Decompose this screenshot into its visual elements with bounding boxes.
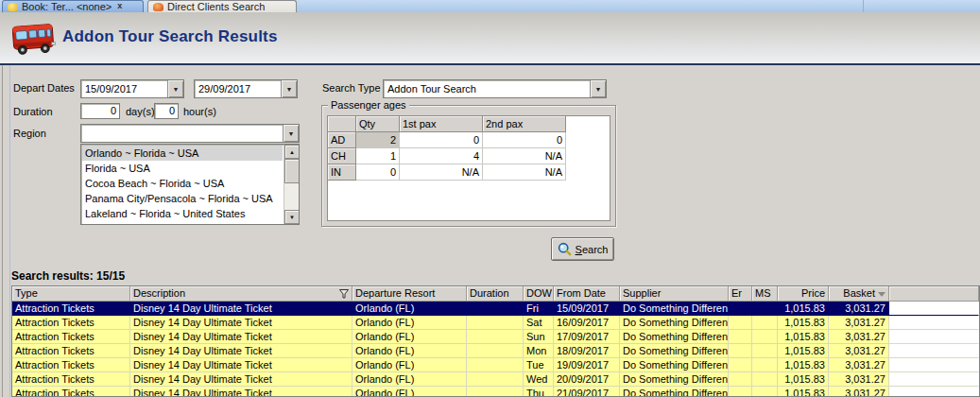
table-row[interactable]: Attraction TicketsDisney 14 Day Ultimate…	[12, 358, 979, 372]
results-grid: TypeDescriptionDeparture ResortDurationD…	[11, 285, 980, 397]
results-column-header-resort[interactable]: Departure Resort	[352, 286, 467, 302]
pax-cell[interactable]: N/A	[483, 164, 566, 181]
pax-cell[interactable]: 2	[356, 132, 400, 148]
chevron-down-icon[interactable]: ▼	[281, 80, 297, 97]
results-cell-er	[729, 344, 752, 358]
results-cell-basket: 3,031.27	[829, 330, 889, 344]
results-cell-description: Disney 14 Day Ultimate Ticket	[130, 387, 352, 397]
pax-row: CH14N/A	[328, 148, 610, 164]
results-cell-type: Attraction Tickets	[12, 316, 130, 330]
results-column-header-dow[interactable]: DOW	[524, 286, 554, 302]
list-item[interactable]: Florida ~ USA	[82, 161, 283, 176]
list-item[interactable]: Lakeland ~ Florida ~ United States	[82, 206, 283, 221]
region-list-scrollbar[interactable]: ▲ ▼	[284, 145, 299, 224]
results-cell-supplier: Do Something Different	[620, 316, 729, 330]
results-cell-price: 1,015.83	[778, 302, 829, 316]
pax-cell[interactable]: 0	[356, 164, 400, 181]
search-button[interactable]: Search	[551, 237, 614, 261]
results-cell-duration	[467, 302, 524, 316]
duration-hours-input[interactable]: 0	[154, 103, 179, 119]
filter-icon[interactable]	[339, 289, 349, 299]
table-row[interactable]: Attraction TicketsDisney 14 Day Ultimate…	[12, 302, 979, 316]
results-column-header-ms[interactable]: MS	[752, 286, 778, 302]
tab-book[interactable]: Book: Ter... <none> x	[2, 0, 144, 12]
pax-cell[interactable]: 0	[483, 132, 566, 148]
results-column-header-supplier[interactable]: Supplier	[620, 286, 729, 302]
pax-cell[interactable]: N/A	[483, 148, 566, 164]
results-cell-ms	[752, 316, 778, 330]
pax-row: IN0N/AN/A	[328, 164, 610, 181]
results-cell-basket: 3,031.27	[829, 372, 889, 387]
results-column-header-type[interactable]: Type	[12, 286, 130, 302]
results-cell-er	[729, 316, 752, 330]
results-cell-supplier: Do Something Different	[620, 344, 729, 358]
results-cell-from_date: 17/09/2017	[554, 330, 620, 344]
tab-direct-clients-search[interactable]: Direct Clients Search	[147, 0, 297, 12]
table-row[interactable]: Attraction TicketsDisney 14 Day Ultimate…	[12, 330, 979, 344]
list-item[interactable]: Orlando ~ Florida ~ USA	[82, 146, 283, 161]
table-row[interactable]: Attraction TicketsDisney 14 Day Ultimate…	[12, 344, 979, 358]
table-row[interactable]: Attraction TicketsDisney 14 Day Ultimate…	[12, 372, 979, 387]
results-cell-ms	[752, 387, 778, 397]
page-title: Addon Tour Search Results	[62, 27, 278, 46]
results-cell-resort: Orlando (FL)	[352, 302, 467, 316]
results-column-header-basket[interactable]: Basket	[829, 286, 889, 302]
region-listbox[interactable]: Orlando ~ Florida ~ USAFlorida ~ USACoco…	[80, 144, 300, 225]
results-cell-duration	[467, 330, 524, 344]
pax-cell[interactable]: N/A	[400, 164, 483, 181]
depart-to-value: 29/09/2017	[195, 83, 281, 95]
results-cell-ms	[752, 358, 778, 372]
results-column-header-duration[interactable]: Duration	[467, 286, 524, 302]
results-cell-type: Attraction Tickets	[12, 330, 130, 344]
results-cell-ms	[752, 330, 778, 344]
depart-from-field[interactable]: 15/09/2017 ▼	[80, 79, 184, 98]
results-column-header-description[interactable]: Description	[130, 286, 352, 302]
chevron-down-icon[interactable]: ▼	[283, 125, 299, 142]
results-cell-basket: 3,031.27	[829, 358, 889, 372]
results-cell-supplier: Do Something Different	[620, 302, 729, 316]
tab-label: Book: Ter... <none>	[22, 1, 112, 12]
depart-from-value: 15/09/2017	[81, 83, 167, 95]
table-row[interactable]: Attraction TicketsDisney 14 Day Ultimate…	[12, 316, 979, 330]
pax-cell[interactable]: 0	[400, 132, 483, 148]
results-cell-basket: 3,031.27	[829, 387, 889, 397]
results-cell-dow: Fri	[524, 302, 554, 316]
pax-cell[interactable]: 4	[400, 148, 483, 164]
results-cell-description: Disney 14 Day Ultimate Ticket	[130, 372, 352, 387]
results-cell-filler	[889, 330, 979, 344]
results-column-header-price[interactable]: Price	[778, 286, 829, 302]
results-header-row: TypeDescriptionDeparture ResortDurationD…	[12, 286, 979, 302]
pax-column-header	[328, 116, 356, 132]
results-cell-description: Disney 14 Day Ultimate Ticket	[130, 358, 352, 372]
results-cell-from_date: 20/09/2017	[554, 372, 620, 387]
scrollbar-thumb[interactable]	[284, 159, 300, 183]
chevron-down-icon[interactable]: ▼	[167, 80, 183, 97]
results-cell-filler	[889, 302, 979, 316]
search-type-select[interactable]: Addon Tour Search ▼	[383, 79, 607, 98]
results-cell-resort: Orlando (FL)	[352, 316, 467, 330]
results-cell-price: 1,015.83	[778, 372, 829, 387]
results-cell-er	[729, 372, 752, 387]
results-cell-duration	[467, 344, 524, 358]
results-cell-description: Disney 14 Day Ultimate Ticket	[130, 344, 352, 358]
results-cell-filler	[889, 344, 979, 358]
depart-dates-label: Depart Dates	[13, 82, 75, 94]
pax-cell[interactable]: 1	[356, 148, 400, 164]
collapsed-splitter[interactable]	[0, 65, 10, 397]
passenger-ages-table[interactable]: Qty1st pax2nd paxAD200CH14N/AIN0N/AN/A	[327, 115, 610, 221]
results-column-header-er[interactable]: Er	[729, 286, 752, 302]
list-item[interactable]: Cocoa Beach ~ Florida ~ USA	[82, 176, 283, 191]
results-cell-from_date: 21/09/2017	[554, 387, 620, 397]
region-select[interactable]: ▼	[80, 124, 300, 143]
chevron-down-icon[interactable]: ▼	[590, 80, 606, 97]
close-icon[interactable]: x	[117, 1, 122, 10]
scroll-down-icon[interactable]: ▼	[284, 210, 300, 224]
depart-to-field[interactable]: 29/09/2017 ▼	[194, 79, 298, 98]
results-column-header-from_date[interactable]: From Date	[554, 286, 620, 302]
results-cell-price: 1,015.83	[778, 344, 829, 358]
duration-days-input[interactable]: 0	[80, 103, 120, 119]
results-cell-er	[729, 302, 752, 316]
scroll-up-icon[interactable]: ▲	[284, 145, 300, 159]
list-item[interactable]: Panama City/Pensacola ~ Florida ~ USA	[82, 191, 283, 206]
table-row[interactable]: Attraction TicketsDisney 14 Day Ultimate…	[12, 387, 979, 397]
